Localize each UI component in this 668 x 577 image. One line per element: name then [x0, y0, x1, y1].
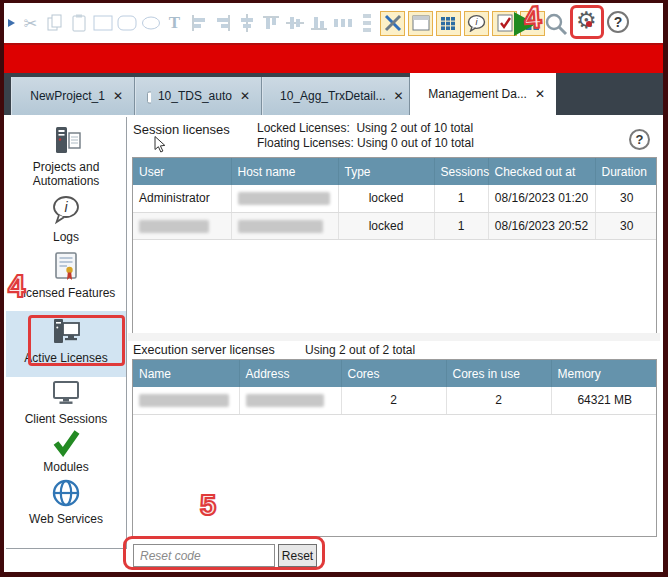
sidebar-item-web-services[interactable]: Web Services — [6, 477, 126, 526]
cell-sessions: 1 — [434, 212, 488, 239]
align-bottom-icon[interactable] — [308, 13, 329, 34]
distribute-vertical-icon[interactable] — [356, 13, 377, 34]
app-frame: ✂ T — [4, 3, 663, 572]
align-left-icon[interactable] — [188, 13, 209, 34]
sidebar-item-label: Modules — [43, 460, 88, 474]
annotation-box-reset — [123, 536, 325, 570]
col-duration[interactable]: Duration — [595, 158, 657, 185]
cell-type: locked — [338, 212, 434, 239]
cell-cores: 2 — [341, 387, 446, 414]
locked-licenses-summary: Locked Licenses: Using 2 out of 10 total — [257, 121, 473, 135]
tab-10-tds-auto[interactable]: 10_TDS_auto ✕ — [135, 77, 262, 115]
cell-cores-in-use: 2 — [446, 387, 551, 414]
section-divider — [128, 333, 660, 341]
sidebar-item-client-sessions[interactable]: Client Sessions — [6, 379, 126, 426]
sidebar-item-logs[interactable]: i Logs — [6, 193, 126, 244]
cell-type: locked — [338, 185, 434, 212]
text-tool-icon[interactable]: T — [164, 13, 185, 34]
cell-sessions: 1 — [434, 185, 488, 212]
session-licenses-title: Session licenses — [133, 122, 230, 137]
col-user[interactable]: User — [133, 158, 231, 185]
execution-usage-summary: Using 2 out of 2 total — [305, 343, 415, 357]
col-memory[interactable]: Memory — [551, 360, 657, 387]
rectangle-shape-icon[interactable] — [92, 13, 113, 34]
cell-duration: 30 — [595, 212, 657, 239]
col-checked-out-at[interactable]: Checked out at — [488, 158, 595, 185]
table-row[interactable]: 2 2 64321 MB — [133, 387, 657, 414]
logs-info-bubble-icon: i — [48, 193, 84, 227]
col-host-name[interactable]: Host name — [231, 158, 338, 185]
document-tab-bar: NewProject_1 ✕ 10_TDS_auto ✕ 10_Agg_TrxD… — [4, 73, 663, 115]
annotation-box-active-licenses — [28, 315, 125, 366]
sidebar-item-label: Licensed Features — [17, 286, 116, 300]
tab-close-icon[interactable]: ✕ — [239, 89, 251, 103]
redacted-value — [238, 220, 323, 233]
mouse-cursor — [154, 136, 166, 157]
section-help-icon[interactable]: ? — [629, 129, 650, 150]
paste-icon[interactable] — [68, 13, 89, 34]
tab-label: 10_TDS_auto — [158, 89, 232, 103]
rounded-rectangle-shape-icon[interactable] — [116, 13, 137, 34]
distribute-horizontal-icon[interactable] — [332, 13, 353, 34]
cell-user: Administrator — [133, 185, 231, 212]
table-row[interactable]: locked 1 08/16/2023 20:52 30 — [133, 212, 657, 239]
sidebar-item-label: Logs — [53, 230, 79, 244]
tab-label: NewProject_1 — [30, 89, 105, 103]
copy-icon[interactable] — [44, 13, 65, 34]
help-icon[interactable]: ? — [607, 11, 629, 33]
red-banner — [4, 43, 663, 73]
align-right-icon[interactable] — [212, 13, 233, 34]
redacted-value — [246, 394, 324, 407]
tab-close-icon[interactable]: ✕ — [534, 87, 546, 101]
cell-host-redacted — [231, 212, 338, 239]
col-name[interactable]: Name — [133, 360, 239, 387]
col-sessions[interactable]: Sessions — [434, 158, 488, 185]
col-cores[interactable]: Cores — [341, 360, 446, 387]
briefcase-star-icon — [146, 88, 151, 104]
tab-management-dashboard[interactable]: Management Da... ✕ — [410, 73, 556, 115]
web-services-globe-icon — [50, 477, 82, 509]
tab-10-agg-trxdetail[interactable]: 10_Agg_TrxDetail... ✕ — [262, 77, 410, 115]
tab-label: Management Da... — [428, 87, 527, 101]
tab-newproject-1[interactable]: NewProject_1 ✕ — [11, 77, 135, 115]
data-grid-button[interactable] — [436, 11, 461, 36]
licensed-features-icon — [49, 251, 83, 283]
session-licenses-table: User Host name Type Sessions Checked out… — [132, 157, 657, 334]
col-type[interactable]: Type — [338, 158, 434, 185]
projects-automations-icon — [48, 125, 84, 157]
cell-address-redacted — [239, 387, 341, 414]
align-top-icon[interactable] — [260, 13, 281, 34]
table-row[interactable]: Administrator locked 1 08/16/2023 01:20 … — [133, 185, 657, 212]
cell-checked-out: 08/16/2023 20:52 — [488, 212, 595, 239]
redacted-value — [139, 220, 209, 233]
app-window: ✂ T — [0, 0, 668, 577]
tools-button[interactable] — [380, 11, 405, 36]
cut-icon[interactable]: ✂ — [20, 13, 41, 34]
align-center-vertical-icon[interactable] — [236, 13, 257, 34]
sidebar-item-label: Web Services — [29, 512, 103, 526]
info-messages-button[interactable]: i — [464, 11, 489, 36]
project-server-icon — [420, 86, 421, 103]
project-server-icon — [22, 88, 23, 104]
annotation-step-5: 5 — [200, 489, 215, 522]
window-frame-button[interactable] — [408, 11, 433, 36]
cell-duration: 30 — [595, 185, 657, 212]
floating-licenses-summary: Floating Licenses: Using 0 out of 10 tot… — [257, 136, 474, 150]
execution-licenses-title: Execution server licenses — [133, 343, 275, 357]
sidebar-item-modules[interactable]: Modules — [6, 429, 126, 474]
sidebar-item-projects-automations[interactable]: Projects and Automations — [6, 125, 126, 189]
annotation-step-4-toolbar: 4 — [523, 3, 542, 37]
redacted-value — [139, 394, 229, 407]
tab-close-icon[interactable]: ✕ — [393, 89, 405, 103]
align-center-horizontal-icon[interactable] — [284, 13, 305, 34]
col-cores-in-use[interactable]: Cores in use — [446, 360, 551, 387]
col-address[interactable]: Address — [239, 360, 341, 387]
cell-memory: 64321 MB — [551, 387, 657, 414]
annotation-step-4-sidebar: 4 — [8, 269, 24, 305]
tab-close-icon[interactable]: ✕ — [112, 89, 124, 103]
session-table-header: User Host name Type Sessions Checked out… — [133, 158, 657, 185]
search-icon[interactable] — [544, 12, 568, 40]
ellipse-shape-icon[interactable] — [140, 13, 161, 34]
partial-arrow-icon — [8, 13, 17, 34]
modules-check-icon — [49, 429, 83, 457]
